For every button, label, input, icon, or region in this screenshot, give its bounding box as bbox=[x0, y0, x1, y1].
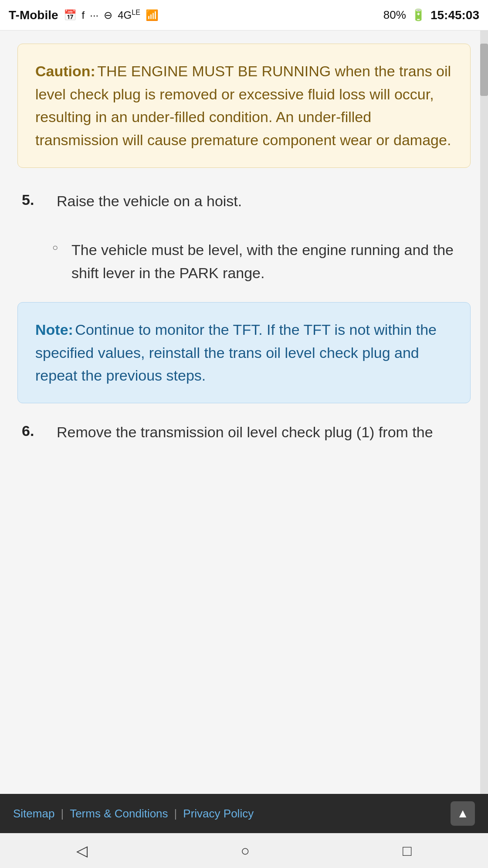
back-button[interactable]: ◁ bbox=[76, 842, 88, 859]
scroll-to-top-button[interactable]: ▲ bbox=[451, 801, 475, 826]
privacy-policy-link[interactable]: Privacy Policy bbox=[183, 807, 254, 820]
home-icon: ○ bbox=[241, 842, 250, 859]
scrollbar[interactable] bbox=[480, 31, 488, 794]
back-icon: ◁ bbox=[76, 842, 88, 859]
status-left: T-Mobile 📅 f ··· ⊖ 4GLE 📶 bbox=[9, 8, 159, 22]
calendar-icon: 📅 bbox=[64, 9, 77, 21]
caution-text: THE ENGINE MUST BE RUNNING when the tran… bbox=[35, 63, 451, 148]
up-arrow-icon: ▲ bbox=[457, 807, 469, 820]
footer-bar: Sitemap | Terms & Conditions | Privacy P… bbox=[0, 794, 488, 833]
home-button[interactable]: ○ bbox=[241, 842, 250, 859]
recents-button[interactable]: □ bbox=[403, 842, 412, 859]
dots-icon: ··· bbox=[90, 9, 98, 21]
step-6-item: 6. Remove the transmission oil level che… bbox=[17, 421, 471, 444]
network-type-icon: 4GLE bbox=[118, 9, 140, 21]
battery-percentage: 80% bbox=[383, 8, 406, 22]
terms-conditions-link[interactable]: Terms & Conditions bbox=[70, 807, 168, 820]
note-label: Note: bbox=[35, 321, 73, 338]
status-right: 80% 🔋 15:45:03 bbox=[383, 8, 479, 22]
sitemap-link[interactable]: Sitemap bbox=[13, 807, 54, 820]
scrollbar-thumb[interactable] bbox=[480, 44, 488, 96]
step-6-number: 6. bbox=[22, 421, 57, 439]
step-5-item: 5. Raise the vehicle on a hoist. bbox=[17, 190, 471, 213]
note-text: Continue to monitor the TFT. If the TFT … bbox=[35, 321, 437, 384]
facebook-icon: f bbox=[82, 9, 85, 21]
footer-links: Sitemap | Terms & Conditions | Privacy P… bbox=[13, 807, 254, 820]
clock: 15:45:03 bbox=[430, 8, 479, 22]
step-5-number: 5. bbox=[22, 190, 57, 208]
signal-icon: 📶 bbox=[146, 9, 159, 21]
caution-box: Caution: THE ENGINE MUST BE RUNNING when… bbox=[17, 44, 471, 168]
footer-sep-2: | bbox=[174, 807, 177, 820]
caution-label: Caution: bbox=[35, 63, 95, 79]
note-box: Note: Continue to monitor the TFT. If th… bbox=[17, 302, 471, 403]
minus-circle-icon: ⊖ bbox=[104, 9, 112, 21]
footer-sep-1: | bbox=[61, 807, 64, 820]
android-nav-bar: ◁ ○ □ bbox=[0, 833, 488, 868]
step-6-text: Remove the transmission oil level check … bbox=[57, 421, 466, 444]
carrier-label: T-Mobile bbox=[9, 8, 58, 22]
bullet-dot-icon: ○ bbox=[52, 242, 63, 253]
step-5-bullet-text: The vehicle must be level, with the engi… bbox=[71, 238, 466, 284]
step-5-text: Raise the vehicle on a hoist. bbox=[57, 190, 466, 213]
recents-icon: □ bbox=[403, 842, 412, 859]
battery-icon: 🔋 bbox=[411, 8, 425, 22]
step-5-bullet: ○ The vehicle must be level, with the en… bbox=[17, 230, 471, 297]
status-bar: T-Mobile 📅 f ··· ⊖ 4GLE 📶 80% 🔋 15:45:03 bbox=[0, 0, 488, 31]
content-area: Caution: THE ENGINE MUST BE RUNNING when… bbox=[0, 31, 488, 794]
